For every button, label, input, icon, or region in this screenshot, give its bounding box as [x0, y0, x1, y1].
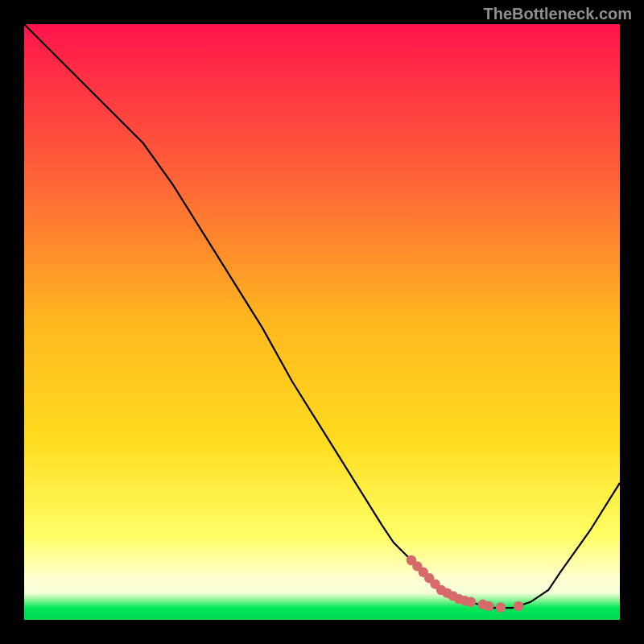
attribution-text: TheBottleneck.com — [484, 5, 632, 23]
bottleneck-chart — [24, 24, 620, 620]
plot-area — [24, 24, 620, 620]
marker-point — [484, 601, 493, 611]
marker-point — [466, 597, 476, 607]
marker-point — [496, 602, 506, 612]
marker-point — [514, 601, 523, 611]
chart-frame: TheBottleneck.com — [0, 0, 644, 644]
